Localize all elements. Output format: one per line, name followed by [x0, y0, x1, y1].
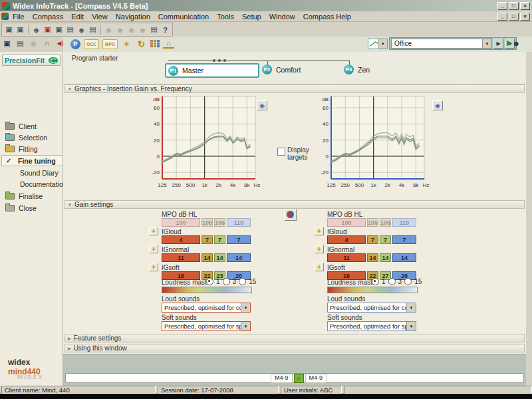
gain-cell[interactable]: 11: [327, 253, 366, 262]
gain-cell[interactable]: 14: [367, 253, 378, 262]
soft-sounds-select-right[interactable]: Prescribed, optimised for speech ▼: [327, 321, 416, 331]
menu-communication[interactable]: Communication: [154, 12, 213, 21]
menu-view[interactable]: View: [88, 12, 112, 21]
menu-compass[interactable]: Compass: [29, 12, 67, 21]
binaural-link-button[interactable]: [284, 209, 297, 221]
mdi-restore-button[interactable]: □: [509, 13, 519, 21]
occ-tool-button[interactable]: OCC: [84, 39, 99, 49]
loudness-3-radio[interactable]: [223, 278, 230, 285]
igsoft-adjust-button-right-panel[interactable]: +: [315, 263, 324, 271]
environment-arrow-icon[interactable]: ▼: [482, 39, 491, 48]
feature-settings-header[interactable]: ▶ Feature settings: [65, 334, 525, 342]
insertion-gain-chart-right-ear[interactable]: 1252505001k2k4k8kHz6040200-20dB: [145, 94, 262, 195]
menu-tools[interactable]: Tools: [213, 12, 238, 21]
fitting-matrix-icon[interactable]: [150, 40, 160, 48]
menu-window[interactable]: Window: [265, 12, 299, 21]
client-manager-icon[interactable]: ☻: [31, 25, 42, 35]
mpo-cell[interactable]: 110: [227, 218, 251, 227]
gain-cell[interactable]: 7: [201, 235, 213, 244]
gain-cell[interactable]: 7: [367, 235, 378, 244]
mpo-cell[interactable]: 105: [201, 218, 213, 227]
view-mode-arrow-icon[interactable]: ▼: [378, 39, 387, 49]
loudness-15-radio[interactable]: [239, 278, 246, 285]
menu-file[interactable]: File: [9, 12, 29, 21]
report-edit-icon[interactable]: ▤: [87, 25, 98, 35]
restore-button[interactable]: □: [509, 2, 519, 10]
soft-sounds-select-left[interactable]: Prescribed, optimised for speech ▼: [162, 321, 251, 331]
client-speaker-icon[interactable]: ▶ ☻: [507, 39, 520, 47]
loudness-gradient-slider-left[interactable]: [162, 287, 252, 293]
fitting-wizard-icon[interactable]: ✶: [121, 39, 132, 49]
graphics-section-header[interactable]: ▼ Graphics - Insertion Gain vs. Frequenc…: [65, 84, 525, 93]
mpo-cell[interactable]: 105: [367, 218, 378, 227]
refresh-fitting-icon[interactable]: ↻: [136, 39, 147, 49]
gain-cell[interactable]: 14: [392, 253, 416, 262]
menu-compass-help[interactable]: Compass Help: [299, 12, 355, 21]
program-master-button[interactable]: P1 Master: [165, 63, 259, 78]
loud-sounds-select-right[interactable]: Prescribed, optimised for comfort ▼: [327, 303, 416, 313]
view-mode-select[interactable]: ▼: [368, 39, 388, 49]
loudness-1-radio[interactable]: [372, 278, 379, 285]
help-icon[interactable]: ?: [160, 25, 171, 35]
close-button[interactable]: ×: [520, 2, 530, 10]
sidebar-item-selection[interactable]: Selection: [1, 132, 62, 142]
gain-cell[interactable]: 14: [201, 253, 213, 262]
igsoft-adjust-button-left-panel[interactable]: +: [149, 263, 158, 271]
gain-cell[interactable]: 14: [227, 253, 251, 262]
mpo-cell[interactable]: 100: [327, 218, 366, 227]
menu-setup[interactable]: Setup: [238, 12, 265, 21]
mpo-cell[interactable]: 106: [380, 218, 391, 227]
menu-edit[interactable]: Edit: [67, 12, 88, 21]
gain-cell[interactable]: 7: [380, 235, 391, 244]
hearing-aid-case-icon[interactable]: ∩: [163, 39, 174, 49]
dropdown-arrow-icon[interactable]: ▼: [406, 322, 416, 331]
gain-cell[interactable]: 11: [162, 253, 200, 262]
dropdown-arrow-icon[interactable]: ▼: [406, 303, 416, 312]
save-icon[interactable]: ▣: [1, 38, 13, 49]
loudness-3-radio[interactable]: [388, 278, 396, 285]
loudness-1-radio[interactable]: [206, 278, 213, 285]
gain-cell[interactable]: 7: [214, 235, 225, 244]
sidebar-item-client[interactable]: Client: [1, 121, 62, 131]
audiogram-icon[interactable]: ▣: [42, 25, 53, 35]
session-import-icon[interactable]: ▣: [3, 25, 15, 35]
dropdown-arrow-icon[interactable]: ▼: [241, 322, 250, 331]
mpo-cell[interactable]: 100: [162, 218, 200, 227]
sidebar-item-finalise[interactable]: Finalise: [1, 191, 62, 201]
monitor-icon[interactable]: ▣: [53, 25, 65, 35]
chart-options-button-left-ear[interactable]: ◉: [432, 100, 443, 110]
using-this-window-header[interactable]: ▶ Using this window: [65, 344, 525, 352]
mpo-tool-button[interactable]: MPO: [102, 39, 118, 49]
gain-cell[interactable]: 14: [380, 253, 391, 262]
sidebar-item-fitting[interactable]: Fitting: [1, 144, 62, 154]
ignormal-adjust-button-left-panel[interactable]: +: [149, 245, 158, 253]
menu-navigation[interactable]: Navigation: [112, 12, 154, 21]
user-add-icon[interactable]: ☻: [103, 25, 114, 35]
display-targets-checkbox[interactable]: [277, 148, 285, 156]
gain-cell[interactable]: 4: [162, 235, 200, 244]
program-zen-button[interactable]: P3 Zen: [344, 65, 370, 74]
ignormal-adjust-button-right-panel[interactable]: +: [315, 245, 324, 253]
session-export-icon[interactable]: ▣: [15, 25, 26, 35]
mdi-close-button[interactable]: ×: [520, 13, 530, 21]
dropdown-arrow-icon[interactable]: ▼: [241, 303, 250, 312]
print-icon[interactable]: ▤: [148, 25, 160, 35]
program-tool-icon[interactable]: P: [70, 39, 80, 49]
user-session-icon[interactable]: ☻: [76, 25, 87, 35]
gain-cell[interactable]: 4: [327, 235, 366, 244]
loud-sounds-select-left[interactable]: Prescribed, optimised for comfort ▼: [162, 303, 251, 313]
mpo-cell[interactable]: 106: [214, 218, 225, 227]
sidebar-item-fine-tuning[interactable]: ✓ Fine tuning: [1, 155, 63, 166]
loudness-15-radio[interactable]: [404, 278, 412, 285]
igloud-adjust-button-right-panel[interactable]: +: [315, 227, 324, 235]
sidebar-item-close[interactable]: Close: [1, 203, 62, 213]
mdi-document-icon[interactable]: [1, 13, 9, 20]
user-edit-icon[interactable]: ☻: [114, 25, 126, 35]
minimize-button[interactable]: _: [497, 2, 507, 10]
mpo-cell[interactable]: 110: [392, 218, 416, 227]
mdi-minimize-button[interactable]: _: [497, 13, 507, 21]
program-comfort-button[interactable]: P2 Comfort: [262, 65, 301, 74]
play-button[interactable]: ▶: [493, 39, 503, 49]
environment-select[interactable]: Office ▼: [391, 39, 492, 49]
user-delete-icon[interactable]: ☻: [126, 25, 137, 35]
